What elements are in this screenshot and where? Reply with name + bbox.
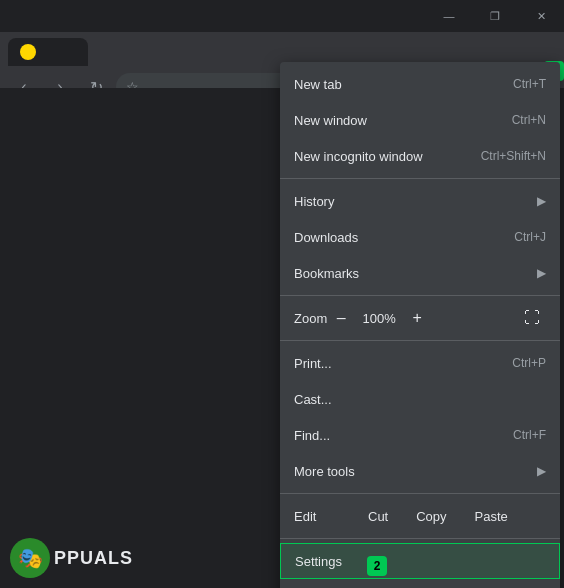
separator-5 xyxy=(280,538,560,539)
menu-item-bookmarks-label: Bookmarks xyxy=(294,266,529,281)
zoom-label: Zoom xyxy=(294,311,327,326)
separator-1 xyxy=(280,178,560,179)
logo-text: PPUALS xyxy=(54,548,133,569)
history-arrow-icon: ▶ xyxy=(537,194,546,208)
menu-item-settings[interactable]: Settings 2 xyxy=(280,543,560,579)
zoom-percent-value: 100% xyxy=(355,311,403,326)
menu-item-find-label: Find... xyxy=(294,428,513,443)
menu-item-cast[interactable]: Cast... xyxy=(280,381,560,417)
menu-item-more-tools[interactable]: More tools ▶ xyxy=(280,453,560,489)
menu-item-new-window[interactable]: New window Ctrl+N xyxy=(280,102,560,138)
edit-row: Edit Cut Copy Paste xyxy=(280,498,560,534)
menu-item-new-window-shortcut: Ctrl+N xyxy=(512,113,546,127)
minimize-button[interactable]: — xyxy=(426,0,472,32)
menu-item-bookmarks[interactable]: Bookmarks ▶ xyxy=(280,255,560,291)
logo-icon: 🎭 xyxy=(10,538,50,578)
active-tab[interactable] xyxy=(8,38,88,66)
annotation-2-badge: 2 xyxy=(367,556,387,576)
zoom-row: Zoom – 100% + ⛶ xyxy=(280,300,560,336)
menu-item-incognito-shortcut: Ctrl+Shift+N xyxy=(481,149,546,163)
maximize-button[interactable]: ❐ xyxy=(472,0,518,32)
appuals-logo: 🎭 PPUALS xyxy=(10,538,133,578)
menu-item-new-tab[interactable]: New tab Ctrl+T xyxy=(280,66,560,102)
menu-item-incognito-label: New incognito window xyxy=(294,149,481,164)
menu-item-more-tools-label: More tools xyxy=(294,464,529,479)
paste-button[interactable]: Paste xyxy=(461,505,522,528)
tab-favicon xyxy=(20,44,36,60)
menu-item-settings-label: Settings xyxy=(295,554,545,569)
separator-3 xyxy=(280,340,560,341)
close-button[interactable]: ✕ xyxy=(518,0,564,32)
menu-item-print-label: Print... xyxy=(294,356,512,371)
menu-item-help[interactable]: Help ▶ xyxy=(280,579,560,588)
zoom-plus-button[interactable]: + xyxy=(403,304,431,332)
zoom-minus-button[interactable]: – xyxy=(327,304,355,332)
menu-item-downloads-label: Downloads xyxy=(294,230,514,245)
title-bar: — ❐ ✕ xyxy=(0,0,564,32)
edit-label: Edit xyxy=(294,509,354,524)
menu-item-print-shortcut: Ctrl+P xyxy=(512,356,546,370)
menu-item-print[interactable]: Print... Ctrl+P xyxy=(280,345,560,381)
context-menu: New tab Ctrl+T New window Ctrl+N New inc… xyxy=(280,62,560,588)
bookmarks-arrow-icon: ▶ xyxy=(537,266,546,280)
zoom-fullscreen-button[interactable]: ⛶ xyxy=(518,304,546,332)
cut-button[interactable]: Cut xyxy=(354,505,402,528)
menu-item-find-shortcut: Ctrl+F xyxy=(513,428,546,442)
copy-button[interactable]: Copy xyxy=(402,505,460,528)
tab-bar xyxy=(0,32,564,66)
menu-item-downloads-shortcut: Ctrl+J xyxy=(514,230,546,244)
menu-item-cast-label: Cast... xyxy=(294,392,546,407)
more-tools-arrow-icon: ▶ xyxy=(537,464,546,478)
menu-item-history[interactable]: History ▶ xyxy=(280,183,560,219)
menu-item-incognito[interactable]: New incognito window Ctrl+Shift+N xyxy=(280,138,560,174)
menu-item-new-tab-shortcut: Ctrl+T xyxy=(513,77,546,91)
separator-2 xyxy=(280,295,560,296)
menu-item-history-label: History xyxy=(294,194,529,209)
menu-item-new-tab-label: New tab xyxy=(294,77,513,92)
separator-4 xyxy=(280,493,560,494)
menu-item-downloads[interactable]: Downloads Ctrl+J xyxy=(280,219,560,255)
menu-item-new-window-label: New window xyxy=(294,113,512,128)
menu-item-find[interactable]: Find... Ctrl+F xyxy=(280,417,560,453)
